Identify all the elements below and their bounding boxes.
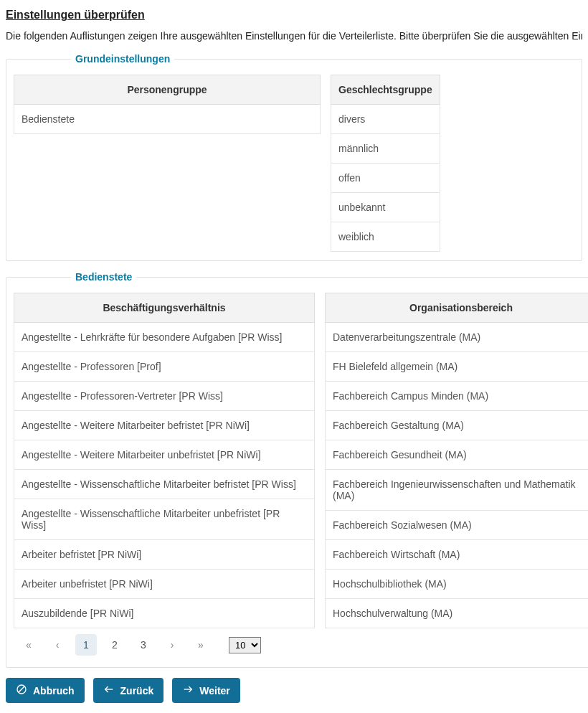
section-legend-grund: Grundeinstellungen <box>71 53 174 65</box>
table-row: Angestellte - Lehrkräfte für besondere A… <box>14 323 315 352</box>
back-button[interactable]: Zurück <box>93 678 164 703</box>
cancel-label: Abbruch <box>33 685 75 697</box>
table-row: Angestellte - Wissenschaftliche Mitarbei… <box>14 499 315 540</box>
table-geschlechtsgruppe: Geschlechtsgruppe diversmännlichoffenunb… <box>331 75 440 252</box>
table-personengruppe: Personengruppe Bedienstete <box>14 75 321 134</box>
table-row: Hochschulbibliothek (MA) <box>326 570 589 599</box>
table-row: Arbeiter befristet [PR NiWi] <box>14 540 315 570</box>
button-bar: Abbruch Zurück Weiter <box>6 678 582 703</box>
next-button[interactable]: Weiter <box>172 678 240 703</box>
table-row: offen <box>331 164 440 193</box>
table-beschaeftigung: Beschäftigungsverhältnis Angestellte - L… <box>14 293 315 628</box>
section-legend-bedienstete: Bedienstete <box>71 271 136 283</box>
arrow-right-icon <box>182 684 194 697</box>
cancel-icon <box>16 684 27 697</box>
arrow-left-icon <box>103 684 115 697</box>
table-row: Angestellte - Weitere Mitarbeiter befris… <box>14 411 315 440</box>
section-grundeinstellungen: Grundeinstellungen Personengruppe Bedien… <box>6 53 582 261</box>
paginator: « ‹ 1 2 3 › » 10 <box>14 628 315 658</box>
table-row: Datenverarbeitungszentrale (MA) <box>326 323 589 352</box>
table-row: Hochschulverwaltung (MA) <box>326 599 589 628</box>
paginator-page-2[interactable]: 2 <box>104 634 125 656</box>
table-row: Fachbereich Sozialwesen (MA) <box>326 511 589 540</box>
svg-line-1 <box>19 686 24 692</box>
table-row: Fachbereich Wirtschaft (MA) <box>326 540 589 570</box>
table-row: weiblich <box>331 222 440 252</box>
intro-text: Die folgenden Auflistungen zeigen Ihre a… <box>6 30 582 42</box>
next-label: Weiter <box>199 685 230 697</box>
table-row: Bedienstete <box>14 105 321 134</box>
table-row: Angestellte - Weitere Mitarbeiter unbefr… <box>14 440 315 470</box>
section-bedienstete: Bedienstete Beschäftigungsverhältnis Ang… <box>6 271 588 668</box>
table-row: divers <box>331 105 440 134</box>
paginator-page-3[interactable]: 3 <box>133 634 154 656</box>
paginator-page-1[interactable]: 1 <box>75 634 97 656</box>
paginator-next-icon[interactable]: › <box>161 634 183 656</box>
table-row: Fachbereich Ingenieurwissenschaften und … <box>326 470 589 511</box>
table-row: Arbeiter unbefristet [PR NiWi] <box>14 570 315 599</box>
table-row: unbekannt <box>331 193 440 222</box>
table-row: männlich <box>331 134 440 164</box>
table-organisation: Organisationsbereich Datenverarbeitungsz… <box>325 293 588 628</box>
table-row: Auszubildende [PR NiWi] <box>14 599 315 628</box>
th-organisation: Organisationsbereich <box>326 293 589 323</box>
table-row: Angestellte - Professoren-Vertreter [PR … <box>14 382 315 411</box>
paginator-first-icon[interactable]: « <box>18 634 39 656</box>
table-row: Fachbereich Gestaltung (MA) <box>326 411 589 440</box>
th-geschlecht: Geschlechtsgruppe <box>331 75 440 105</box>
paginator-prev-icon[interactable]: ‹ <box>47 634 68 656</box>
th-personengruppe: Personengruppe <box>14 75 321 105</box>
paginator-pagesize-select[interactable]: 10 <box>229 637 261 653</box>
table-row: Angestellte - Wissenschaftliche Mitarbei… <box>14 470 315 499</box>
th-beschaeftigung: Beschäftigungsverhältnis <box>14 293 315 323</box>
table-row: FH Bielefeld allgemein (MA) <box>326 352 589 382</box>
table-row: Fachbereich Gesundheit (MA) <box>326 440 589 470</box>
paginator-last-icon[interactable]: » <box>190 634 212 656</box>
table-row: Fachbereich Campus Minden (MA) <box>326 382 589 411</box>
page-title: Einstellungen überprüfen <box>6 9 582 22</box>
cancel-button[interactable]: Abbruch <box>6 678 85 703</box>
table-row: Angestellte - Professoren [Prof] <box>14 352 315 382</box>
back-label: Zurück <box>120 685 154 697</box>
